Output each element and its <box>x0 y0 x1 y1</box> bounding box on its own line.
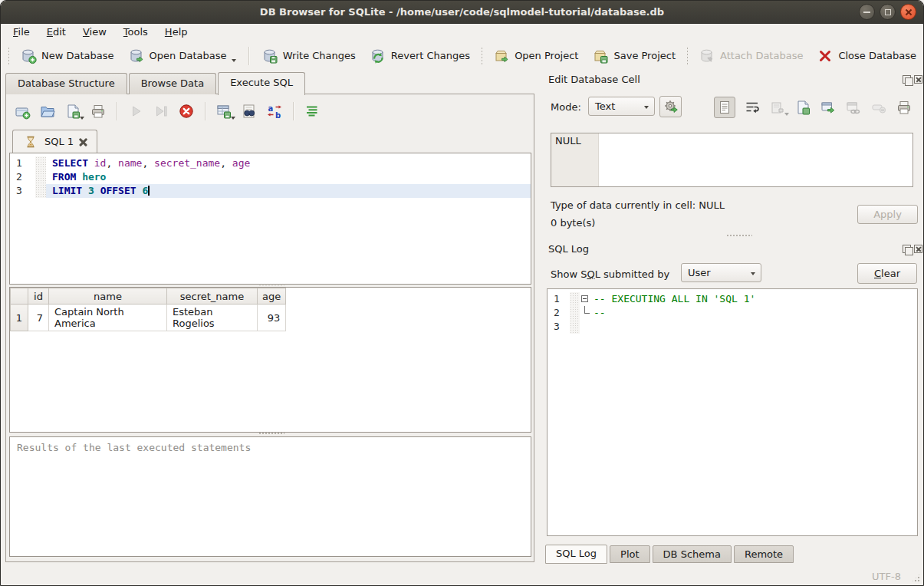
cell-editor-content[interactable] <box>599 133 912 186</box>
open-sql-file-icon[interactable] <box>39 103 56 120</box>
menu-help[interactable]: Help <box>162 25 191 41</box>
line-number: 1 <box>547 292 570 306</box>
open-database-button[interactable]: Open Database <box>121 44 244 67</box>
cell-age[interactable]: 93 <box>258 305 286 331</box>
grid-corner-header[interactable] <box>11 288 28 305</box>
dropdown-caret-icon[interactable] <box>232 59 236 62</box>
dock-tab-db-schema[interactable]: DB Schema <box>653 545 732 563</box>
save-project-button[interactable]: Save Project <box>585 44 682 67</box>
revert-changes-icon <box>370 48 386 64</box>
minimize-window-button[interactable] <box>859 4 875 20</box>
column-header-id[interactable]: id <box>28 288 49 305</box>
menu-view[interactable]: View <box>80 25 110 41</box>
dropdown-caret-icon[interactable] <box>231 117 235 120</box>
text-view-icon[interactable] <box>714 97 735 118</box>
menu-edit[interactable]: Edit <box>44 25 69 41</box>
close-database-button[interactable]: Close Database <box>810 44 923 67</box>
cell-secret_name[interactable]: Esteban Rogelios <box>167 305 258 331</box>
print-sql-icon[interactable] <box>90 103 107 120</box>
sql-editor-line[interactable]: 2FROM hero <box>10 170 531 184</box>
toolbar-drag-handle[interactable] <box>481 47 482 65</box>
toolbar-drag-handle[interactable] <box>8 47 9 65</box>
close-panel-icon[interactable] <box>914 75 922 84</box>
write-changes-button[interactable]: Write Changes <box>255 44 363 67</box>
format-sql-icon[interactable] <box>304 103 321 120</box>
print-cell-icon[interactable] <box>896 99 912 116</box>
write-changes-icon <box>261 48 278 64</box>
dock-tab-plot[interactable]: Plot <box>610 545 650 563</box>
float-panel-icon[interactable] <box>903 245 911 253</box>
tab-database-structure[interactable]: Database Structure <box>5 73 127 94</box>
log-filter-dropdown[interactable]: User <box>681 263 761 282</box>
cell-editor[interactable]: NULL <box>551 133 913 187</box>
close-window-button[interactable] <box>900 4 916 20</box>
dock-tab-remote[interactable]: Remote <box>734 545 794 563</box>
window-controls <box>859 4 916 20</box>
resize-grip[interactable] <box>911 573 921 583</box>
import-data-icon[interactable] <box>769 99 786 116</box>
dropdown-caret-icon[interactable] <box>80 117 84 120</box>
apply-settings-button[interactable] <box>659 96 682 117</box>
clear-log-button[interactable]: Clear <box>857 263 917 284</box>
log-text: -- EXECUTING ALL IN 'SQL 1' <box>594 292 755 306</box>
find-text-icon[interactable] <box>241 103 258 120</box>
tab-execute-sql[interactable]: Execute SQL <box>218 72 305 95</box>
toolbar-button-label: Save Project <box>613 50 676 61</box>
column-header-name[interactable]: name <box>49 288 167 305</box>
new-database-icon <box>20 48 37 64</box>
open-project-button[interactable]: Open Project <box>486 44 585 67</box>
cell-id[interactable]: 7 <box>28 305 49 331</box>
splitter-handle[interactable] <box>258 432 284 436</box>
export-data-icon[interactable] <box>820 99 837 116</box>
sql-editor-line[interactable]: 3LIMIT 3 OFFSET 6 <box>10 184 531 198</box>
sql-log-editor[interactable]: 1-- EXECUTING ALL IN 'SQL 1'2--3 <box>547 288 918 536</box>
titlebar: DB Browser for SQLite - /home/user/code/… <box>1 1 923 24</box>
toolbar-drag-handle[interactable] <box>686 47 688 65</box>
log-filter-label: Show SQL submitted by <box>551 268 669 280</box>
log-panel-title: SQL Log <box>548 243 589 255</box>
new-database-button[interactable]: New Database <box>13 44 121 67</box>
mode-dropdown[interactable]: Text <box>588 97 655 116</box>
line-number: 2 <box>10 170 35 184</box>
sql-editor-line[interactable]: 1SELECT id, name, secret_name, age <box>10 156 531 170</box>
open-project-icon <box>493 48 510 64</box>
fold-marker[interactable] <box>580 292 594 302</box>
dropdown-caret-icon[interactable] <box>784 113 789 116</box>
link-data-icon[interactable] <box>845 99 862 116</box>
save-data-icon[interactable] <box>794 99 811 116</box>
sql-editor-tab[interactable]: SQL 1 <box>12 130 97 153</box>
dock-tab-sql-log[interactable]: SQL Log <box>545 545 607 564</box>
menu-tools[interactable]: Tools <box>120 25 151 41</box>
apply-button[interactable]: Apply <box>857 205 918 224</box>
close-sql-tab-icon[interactable] <box>79 137 87 146</box>
save-results-icon[interactable] <box>215 103 232 120</box>
replace-text-icon[interactable]: ab <box>266 103 283 120</box>
results-grid[interactable]: idnamesecret_nameage17Captain North Amer… <box>9 287 531 433</box>
row-header[interactable]: 1 <box>11 305 28 331</box>
cell-name[interactable]: Captain North America <box>49 305 167 331</box>
sql-editor[interactable]: 1SELECT id, name, secret_name, age2FROM … <box>9 153 531 285</box>
tab-browse-data[interactable]: Browse Data <box>129 73 217 94</box>
save-sql-file-icon[interactable] <box>64 103 81 120</box>
save-project-icon <box>592 48 609 64</box>
splitter-handle[interactable] <box>258 283 284 287</box>
revert-changes-button[interactable]: Revert Changes <box>363 44 477 67</box>
attach-database-button[interactable]: Attach Database <box>692 44 810 67</box>
log-filter-value: User <box>688 267 711 278</box>
menu-file[interactable]: File <box>10 25 33 41</box>
splitter-handle[interactable] <box>726 234 752 238</box>
toolbar-button-label: New Database <box>41 50 114 61</box>
column-header-age[interactable]: age <box>258 288 286 305</box>
word-wrap-icon[interactable] <box>744 99 761 116</box>
maximize-window-button[interactable] <box>880 4 896 20</box>
stop-execution-icon[interactable] <box>178 103 195 120</box>
execute-all-icon[interactable] <box>127 103 144 120</box>
close-database-icon <box>817 48 834 64</box>
execute-line-icon[interactable] <box>153 103 169 120</box>
float-panel-icon[interactable] <box>903 75 911 84</box>
toolbar-button-label: Revert Changes <box>391 50 470 61</box>
column-header-secret_name[interactable]: secret_name <box>167 288 258 305</box>
set-null-icon[interactable] <box>870 99 887 116</box>
new-sql-tab-icon[interactable] <box>14 103 31 120</box>
close-panel-icon[interactable] <box>914 245 922 253</box>
